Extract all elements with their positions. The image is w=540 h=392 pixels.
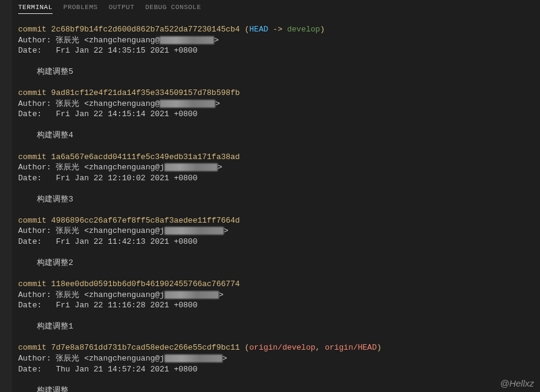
commit-entry: commit 118ee0dbd0591bb6d0fb461902455766a… bbox=[18, 279, 534, 342]
commit-message: 构建调整1 bbox=[18, 322, 73, 331]
ref-sep: , bbox=[316, 343, 325, 352]
tab-output[interactable]: OUTPUT bbox=[109, 4, 135, 14]
commit-message: 构建调整2 bbox=[18, 258, 73, 267]
author-prefix: Author: 张辰光 <zhangchenguang@j bbox=[18, 226, 164, 235]
commit-author: Author: 张辰光 <zhangchenguang@j> bbox=[18, 290, 224, 299]
redacted-email bbox=[160, 36, 214, 44]
commit-author: Author: 张辰光 <zhangchenguang@> bbox=[18, 99, 220, 108]
commit-label: commit bbox=[18, 216, 51, 225]
author-prefix: Author: 张辰光 <zhangchenguang@j bbox=[18, 354, 164, 363]
commit-date: Date: Fri Jan 22 14:15:14 2021 +0800 bbox=[18, 109, 197, 119]
commit-label: commit bbox=[18, 343, 51, 352]
commit-author: Author: 张辰光 <zhangchenguang@j> bbox=[18, 226, 229, 235]
commit-label: commit bbox=[18, 152, 51, 162]
commit-entry: commit 9ad81cf12e4f21da14f35e334509157d7… bbox=[18, 88, 534, 151]
commit-author: Author: 张辰光 <zhangchenguang@j> bbox=[18, 354, 227, 363]
commit-hash: 1a6a567e6acdd04111fe5c349edb31a171fa38ad bbox=[51, 152, 240, 162]
commit-hash: 2c68bf9b14fc2d600d862b7a522da77230145cb4 bbox=[51, 25, 240, 34]
author-suffix: > bbox=[215, 99, 220, 108]
ref-paren: ) bbox=[320, 25, 325, 34]
commit-date: Date: Thu Jan 21 14:57:24 2021 +0800 bbox=[18, 365, 197, 374]
commit-message: 构建调整 bbox=[18, 386, 68, 392]
tab-terminal[interactable]: TERMINAL bbox=[18, 4, 53, 14]
author-prefix: Author: 张辰光 <zhangchenguang@j bbox=[18, 290, 164, 299]
author-suffix: > bbox=[224, 226, 229, 235]
commit-entry: commit 1a6a567e6acdd04111fe5c349edb31a17… bbox=[18, 152, 534, 215]
redacted-email bbox=[160, 100, 215, 108]
author-prefix: Author: 张辰光 <zhangchenguang@ bbox=[18, 36, 160, 45]
commit-label: commit bbox=[18, 25, 51, 34]
tab-problems[interactable]: PROBLEMS bbox=[63, 4, 98, 14]
ref-arrow: -> bbox=[273, 25, 282, 34]
commit-entry: commit 2c68bf9b14fc2d600d862b7a522da7723… bbox=[18, 24, 534, 88]
redacted-email bbox=[164, 227, 224, 235]
ref-paren: ) bbox=[377, 343, 382, 352]
commit-label: commit bbox=[18, 88, 51, 97]
ref-origin-develop: origin/develop bbox=[249, 343, 315, 352]
commit-author: Author: 张辰光 <zhangchenguang@> bbox=[18, 36, 219, 45]
author-suffix: > bbox=[218, 163, 223, 172]
author-suffix: > bbox=[214, 36, 219, 45]
author-prefix: Author: 张辰光 <zhangchenguang@j bbox=[18, 163, 164, 172]
commit-entry: commit 7d7e8a8761dd731b7cad58edec266e55c… bbox=[18, 342, 534, 392]
commit-hash: 9ad81cf12e4f21da14f35e334509157d78b598fb bbox=[51, 88, 240, 97]
watermark: @Hellxz bbox=[500, 378, 534, 388]
commit-hash: 4986896cc26af67ef8ff5c8af3aedee11ff7664d bbox=[51, 216, 240, 225]
commit-hash: 118ee0dbd0591bb6d0fb461902455766ac766774 bbox=[51, 279, 240, 289]
commit-date: Date: Fri Jan 22 11:16:28 2021 +0800 bbox=[18, 301, 197, 310]
terminal-output[interactable]: commit 2c68bf9b14fc2d600d862b7a522da7723… bbox=[12, 18, 540, 392]
commit-entry: commit 4986896cc26af67ef8ff5c8af3aedee11… bbox=[18, 215, 534, 279]
author-prefix: Author: 张辰光 <zhangchenguang@ bbox=[18, 99, 160, 108]
redacted-email bbox=[164, 354, 223, 362]
activity-bar bbox=[0, 0, 12, 392]
ref-branch: develop bbox=[287, 25, 320, 34]
commit-message: 构建调整5 bbox=[18, 67, 73, 76]
panel: TERMINAL PROBLEMS OUTPUT DEBUG CONSOLE c… bbox=[12, 0, 540, 392]
tab-debug-console[interactable]: DEBUG CONSOLE bbox=[145, 4, 201, 14]
redacted-email bbox=[164, 291, 219, 299]
panel-tab-bar: TERMINAL PROBLEMS OUTPUT DEBUG CONSOLE bbox=[12, 0, 540, 18]
commit-message: 构建调整4 bbox=[18, 131, 73, 140]
ref-head: HEAD bbox=[249, 25, 268, 34]
redacted-email bbox=[164, 163, 218, 171]
commit-date: Date: Fri Jan 22 11:42:13 2021 +0800 bbox=[18, 237, 197, 246]
commit-label: commit bbox=[18, 279, 51, 289]
commit-author: Author: 张辰光 <zhangchenguang@j> bbox=[18, 163, 223, 172]
author-suffix: > bbox=[219, 290, 224, 299]
commit-date: Date: Fri Jan 22 12:10:02 2021 +0800 bbox=[18, 174, 197, 183]
ref-origin-head: origin/HEAD bbox=[325, 343, 377, 352]
commit-message: 构建调整3 bbox=[18, 195, 73, 204]
commit-hash: 7d7e8a8761dd731b7cad58edec266e55cdf9bc11 bbox=[51, 343, 240, 352]
author-suffix: > bbox=[223, 354, 227, 363]
commit-date: Date: Fri Jan 22 14:35:15 2021 +0800 bbox=[18, 46, 197, 55]
